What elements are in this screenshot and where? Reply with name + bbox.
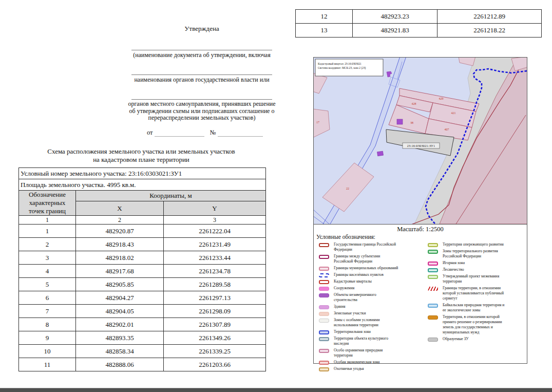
table-cell: 5 [19,278,76,291]
legend-item: Государственная граница РоссийскойФедера… [319,242,428,252]
legend-item: Особо охраняемая природнаятерритория [319,348,428,358]
table-cell: 482918.02 [76,251,164,265]
legend-label: Территория опережающего развития [443,242,504,247]
table-row: 13482921.832261218.22 [296,24,542,38]
signature-rule [131,74,272,75]
approval-caption-1: (наименование документа об утверждении, … [127,51,276,59]
table-cell: 482921.83 [353,24,437,38]
date-blank [155,130,204,137]
conditional-number-cell: Условный номер земельного участка: 23:16… [19,168,266,179]
table-cell: 2261307.89 [164,318,266,331]
legend-label: Здания [334,304,345,309]
date-number-line: от № [147,129,280,137]
table-cell: 7 [19,305,76,318]
legend-label: Охотничьи угодья [334,366,364,371]
table-cell: 2261231.49 [164,238,266,251]
table-cell: 482904.05 [76,305,164,318]
table-cell: 482888.06 [76,358,164,371]
legend-label: Объекты незавершенногостроительства [334,292,376,303]
legend-item: Границы муниципальных образований [319,266,428,271]
legend-label: Игорная зона [443,260,465,266]
legend-label: Особая экономическая зона [334,360,380,365]
legend-label: Земельные участки [334,311,366,316]
map-info-line2: Система координат: МСК-23, зона 2 (23) [318,66,366,70]
table-cell: 482902.01 [76,318,164,331]
legend-item: Сооружения [319,286,428,291]
top-coordinates-table: 12482923.232261212.8913482921.832261218.… [295,9,542,38]
legend-label: Особо охраняемая природнаятерритория [334,348,383,358]
table-cell: 8 [19,318,76,331]
map-building [377,151,383,156]
legend-item: Образуемые ЗУ [428,337,527,342]
map-building [397,119,403,124]
table-row: 6482904.272261297.13 [19,291,266,305]
signature-rule [131,50,272,50]
legend-column-left: Государственная граница РоссийскойФедера… [319,242,428,373]
legend-item: Здания [319,304,428,309]
plot-coordinates-table: Условный номер земельного участка: 23:16… [18,167,266,371]
legend-swatch-fill-icon [428,315,438,320]
table-row: 10482858.342261339.25 [19,345,266,358]
table-cell: 482905.85 [76,278,164,291]
legend-label: Границы населённых пунктов [334,272,384,277]
legend-swatch-outline-icon [319,330,329,334]
number-label: № [210,129,216,136]
table-cell: 482918.43 [76,238,164,251]
legend-item: Зоны с особыми условиямииспользования те… [319,318,428,328]
legend-swatch-fill-icon [428,338,438,342]
legend-swatch-outline-icon [428,250,438,254]
legend-swatch-fill-icon [319,312,329,316]
legend-label: Границы территории, в отношениикоторой у… [443,286,504,301]
table-cell: 2261298.09 [164,305,266,318]
legend-swatch-outline-icon [319,280,329,284]
legend-label: Лесничество [443,267,464,272]
legend-label: Границы между субъектамиРоссийской Федер… [334,254,380,264]
map-parcel-label: 17 [316,121,319,124]
signature-rule [131,99,272,100]
legend-swatch-outline-icon [319,349,329,353]
map-parcel-label: 428 [412,102,416,105]
table-cell: 482858.34 [76,345,164,358]
legend-panel: Масштаб: 1:2500 Условные обозначения: Го… [313,224,527,364]
table-row: 4482917.682261234.78 [19,265,266,278]
table-cell: 9 [19,331,76,345]
table-cell: 2261203.66 [164,358,266,371]
legend-label: Образуемые ЗУ [443,337,469,342]
table-row: 12482923.232261212.89 [296,10,542,24]
table-row: 2482918.432261231.49 [19,238,266,251]
table-row: 5482905.852261289.58 [19,278,266,291]
legend-columns: Государственная граница РоссийскойФедера… [314,242,527,373]
legend-swatch-outline-icon [319,337,329,341]
legend-swatch-outline-icon [319,267,329,271]
legend-swatch-fill-icon [319,319,329,323]
legend-item: Границы территории, в отношениикоторой у… [428,286,527,301]
index-cell: 1 [19,216,76,225]
legend-item: Лесничество [428,267,527,272]
legend-label: Территориальная зона [334,329,371,334]
index-cell: 3 [164,216,266,225]
table-row: 9482893.352261349.26 [19,331,266,345]
table-cell: 1 [19,225,76,238]
table-cell: 12 [296,10,353,24]
legend-item: Зоны территориального развитияРоссийской… [428,249,527,259]
table-cell: 482904.27 [76,291,164,305]
table-cell: 2261234.78 [164,265,266,278]
header-coordinates: Координаты, м [76,191,266,201]
table-cell: 2261289.58 [164,278,266,291]
table-cell: 2261218.22 [437,24,542,38]
approved-title: Утверждена [131,25,272,33]
approval-caption-3: органов местного самоуправления, принявш… [127,101,276,122]
header-x: X [76,201,164,216]
legend-swatch-fill-icon [319,293,329,297]
header-points: Обозначение характерных точек границ [19,191,76,216]
table-cell: 482920.87 [76,225,164,238]
table-cell: 2261349.26 [164,331,266,345]
legend-item: Кадастровые кварталы [319,279,428,284]
legend-swatch-outline-icon [428,275,438,279]
legend-item: Байкальская природная территория иее эко… [428,303,527,313]
legend-label: Зоны с особыми условиямииспользования те… [334,318,380,328]
map-parcel-label: 22 [346,187,349,190]
legend-item: Особая экономическая зона [319,360,428,365]
map-parcel-label: 429 [439,97,444,100]
table-cell: 11 [19,358,76,371]
